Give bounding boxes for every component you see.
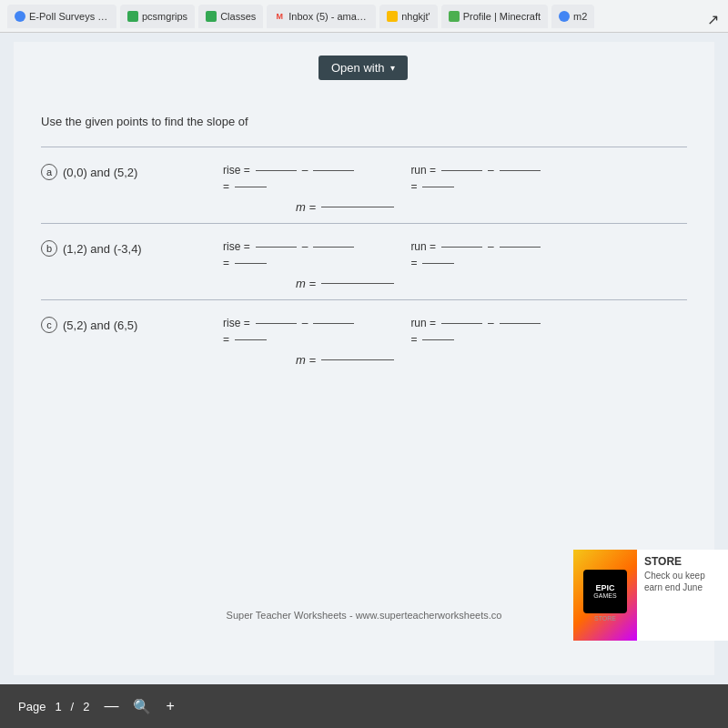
problem-c-circle: c bbox=[41, 317, 57, 333]
rise-eq-c: = bbox=[223, 333, 229, 346]
open-with-arrow-icon: ▾ bbox=[390, 63, 395, 73]
tab-epoll-label: E-Poll Surveys - Exp... bbox=[29, 11, 109, 22]
problem-b-points: (1,2) and (-3,4) bbox=[63, 242, 142, 256]
rise-minus-b: – bbox=[302, 240, 308, 253]
m-blank-b bbox=[321, 283, 394, 284]
page-current: 1 bbox=[55, 700, 61, 713]
rise-result-a bbox=[235, 187, 267, 187]
rise-blank2-b bbox=[313, 247, 354, 248]
problem-a-rise-block: rise = – = bbox=[223, 164, 356, 193]
run-blank2-a bbox=[500, 170, 541, 171]
rise-eq-b: = bbox=[223, 257, 229, 269]
run-eq-a: = bbox=[410, 180, 417, 193]
run-blank1-a bbox=[441, 170, 482, 171]
run-blank2-c bbox=[500, 323, 541, 324]
problem-b-rise-run: rise = – = run = bbox=[223, 240, 687, 269]
footer-teacher-text: Super Teacher Worksheets - www.superteac… bbox=[227, 610, 502, 621]
tab-nhgkjt-label: nhgkjt' bbox=[401, 11, 430, 22]
run-minus-b: – bbox=[488, 240, 494, 253]
tab-pcsmgrips-label: pcsmgrips bbox=[142, 11, 187, 22]
problem-c-rise-eq1: rise = – bbox=[223, 317, 356, 329]
tab-inbox-label: Inbox (5) - amanial... bbox=[288, 11, 369, 22]
epic-ad: EPIC GAMES STORE STORE Check ou keep ear… bbox=[573, 550, 728, 641]
problem-a-run-eq2: = bbox=[410, 180, 541, 193]
problem-b-rise-eq1: rise = – bbox=[223, 240, 356, 253]
problem-a-circle: a bbox=[41, 164, 57, 180]
run-eq-c: = bbox=[410, 333, 417, 346]
rise-blank2-a bbox=[313, 170, 354, 171]
tab-classes[interactable]: Classes bbox=[198, 5, 263, 28]
m-blank-a bbox=[321, 207, 394, 207]
bottom-bar: Page 1 / 2 — 🔍 + bbox=[0, 684, 728, 728]
tab-classes-label: Classes bbox=[220, 11, 256, 22]
problem-c-run-block: run = – = bbox=[410, 317, 541, 346]
problem-b-run-eq1: run = – bbox=[410, 240, 541, 253]
rise-label-b: rise = bbox=[223, 240, 250, 253]
tab-pcsmgrips[interactable]: pcsmgrips bbox=[120, 5, 195, 28]
epoll-favicon bbox=[15, 11, 25, 22]
page-controls: Page 1 / 2 — 🔍 + bbox=[18, 696, 180, 716]
problem-c-rise-eq2: = bbox=[223, 333, 356, 346]
run-blank1-b bbox=[441, 247, 482, 248]
problem-a-label: a (0,0) and (5,2) bbox=[41, 164, 223, 180]
nhgkjt-favicon bbox=[387, 11, 398, 22]
rise-label-a: rise = bbox=[223, 164, 250, 177]
tab-m2[interactable]: m2 bbox=[551, 5, 594, 28]
run-label-a: run = bbox=[410, 164, 436, 177]
mouse-cursor-icon: ↗ bbox=[707, 11, 719, 28]
epic-store-sub: STORE bbox=[594, 615, 616, 622]
tab-m2-label: m2 bbox=[573, 11, 587, 22]
problem-a-m-line: m = bbox=[41, 200, 687, 214]
inbox-favicon: M bbox=[274, 11, 285, 22]
run-blank2-b bbox=[500, 247, 541, 248]
problem-a-run-block: run = – = bbox=[410, 164, 541, 193]
zoom-minus-button[interactable]: — bbox=[98, 696, 124, 716]
problem-c-run-eq1: run = – bbox=[410, 317, 541, 329]
epic-store-label: STORE bbox=[644, 555, 721, 568]
run-eq-b: = bbox=[410, 257, 417, 269]
problem-b-run-eq2: = bbox=[410, 257, 541, 269]
problem-a-rise-eq2: = bbox=[223, 180, 356, 193]
rise-result-b bbox=[235, 263, 267, 264]
problem-b-rise-eq2: = bbox=[223, 257, 356, 269]
problem-c-section: c (5,2) and (6,5) rise = – = bbox=[41, 299, 687, 376]
epic-content: STORE Check ou keep earn end June bbox=[637, 550, 728, 641]
problem-b-row: b (1,2) and (-3,4) rise = – = bbox=[41, 240, 687, 269]
tab-epoll[interactable]: E-Poll Surveys - Exp... bbox=[7, 5, 116, 28]
run-label-b: run = bbox=[410, 240, 436, 253]
run-blank1-c bbox=[441, 323, 482, 324]
browser-tab-bar: E-Poll Surveys - Exp... pcsmgrips Classe… bbox=[0, 0, 728, 33]
run-minus-a: – bbox=[488, 164, 494, 177]
problem-a-rise-run: rise = – = run = bbox=[223, 164, 687, 193]
problem-c-rise-run: rise = – = run = bbox=[223, 317, 687, 346]
problem-a-run-eq1: run = – bbox=[410, 164, 541, 177]
tab-minecraft-label: Profile | Minecraft bbox=[463, 11, 541, 22]
rise-label-c: rise = bbox=[223, 317, 250, 329]
rise-blank1-c bbox=[256, 323, 297, 324]
m-blank-c bbox=[321, 359, 394, 360]
run-result-a bbox=[422, 187, 454, 187]
run-result-b bbox=[422, 263, 454, 264]
problem-b-run-block: run = – = bbox=[410, 240, 541, 269]
tab-inbox[interactable]: M Inbox (5) - amanial... bbox=[267, 5, 376, 28]
rise-eq-a: = bbox=[223, 180, 229, 193]
tab-nhgkjt[interactable]: nhgkjt' bbox=[379, 5, 437, 28]
minecraft-favicon bbox=[449, 11, 460, 22]
epic-games-sub: GAMES bbox=[593, 592, 616, 599]
problem-b-rise-block: rise = – = bbox=[223, 240, 356, 269]
rise-minus-c: – bbox=[302, 317, 308, 329]
problem-b-m-line: m = bbox=[41, 277, 687, 290]
m-label-b: m = bbox=[296, 277, 316, 290]
problem-a-section: a (0,0) and (5,2) rise = – = bbox=[41, 147, 687, 223]
epic-logo-box: EPIC GAMES STORE bbox=[573, 550, 637, 641]
problem-c-row: c (5,2) and (6,5) rise = – = bbox=[41, 317, 687, 346]
zoom-plus-button[interactable]: + bbox=[160, 696, 179, 716]
problem-b-section: b (1,2) and (-3,4) rise = – = bbox=[41, 223, 687, 299]
open-with-button[interactable]: Open with ▾ bbox=[318, 56, 408, 80]
problem-b-label: b (1,2) and (-3,4) bbox=[41, 240, 223, 257]
m-label-c: m = bbox=[296, 353, 316, 367]
problem-c-label: c (5,2) and (6,5) bbox=[41, 317, 223, 333]
tab-minecraft[interactable]: Profile | Minecraft bbox=[441, 5, 548, 28]
epic-logo-inner: EPIC GAMES bbox=[583, 570, 627, 613]
page-separator: / bbox=[71, 700, 75, 713]
